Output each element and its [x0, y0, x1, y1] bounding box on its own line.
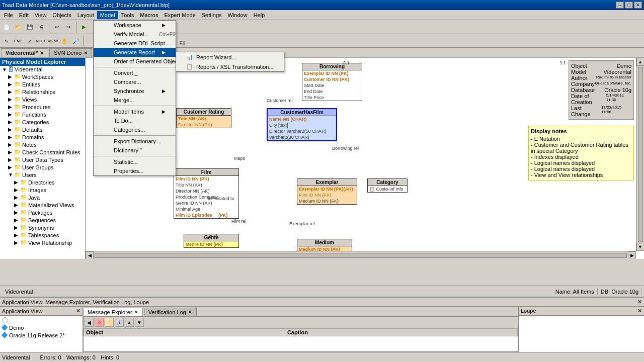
- menu-help[interactable]: Help: [251, 11, 268, 19]
- menu-model-items[interactable]: Model Items ▶: [94, 107, 176, 116]
- tree-functions[interactable]: ▶ 📁 Functions: [0, 111, 85, 118]
- restore-button[interactable]: □: [625, 2, 633, 9]
- hand-btn[interactable]: ✋: [59, 35, 70, 46]
- tree-users[interactable]: ▼ 📁 Users: [0, 171, 85, 178]
- scroll-v-thumb[interactable]: [638, 67, 643, 242]
- menu-model[interactable]: Model: [97, 11, 118, 19]
- entity-btn[interactable]: ENT: [13, 35, 24, 46]
- tree-directories[interactable]: ▶ 📁 Directories: [0, 178, 85, 186]
- category-node[interactable]: Category 📋 Custo-Inf Info: [367, 178, 408, 193]
- tree-check-constraint[interactable]: ▶ 📁 Check Constraint Rules: [0, 148, 85, 156]
- scroll-up-btn[interactable]: ▲: [636, 58, 645, 66]
- tree-user-groups[interactable]: ▶ 📁 User Groups: [0, 163, 85, 171]
- me-btn-hint[interactable]: ℹ: [115, 318, 124, 327]
- menu-macros[interactable]: Macros: [137, 11, 161, 19]
- tree-images[interactable]: ▶ 📁 Images: [0, 186, 85, 194]
- tree-defaults[interactable]: ▶ 📁 Defaults: [0, 126, 85, 133]
- menu-statistic[interactable]: Statistic...: [94, 157, 176, 166]
- me-btn-warning[interactable]: !: [105, 318, 114, 327]
- menu-convert[interactable]: Convert _: [94, 68, 176, 77]
- pointer-btn[interactable]: ↖: [1, 35, 12, 46]
- new-btn[interactable]: 📄: [1, 22, 12, 33]
- borrowing-node[interactable]: Borrowing Exemplar ID NN (PK) Customer I…: [302, 63, 362, 101]
- menu-window[interactable]: Window: [225, 11, 251, 19]
- tab-message-explorer[interactable]: Message Explorer ✕: [83, 308, 143, 316]
- menu-import-dict[interactable]: Dictionary ": [94, 146, 176, 155]
- magnify-btn[interactable]: 🔎: [70, 35, 82, 46]
- scroll-h-thumb[interactable]: [95, 253, 627, 258]
- menu-generate-ddl[interactable]: Generate DDL Script... F9: [94, 39, 176, 48]
- run-btn[interactable]: ▶: [78, 22, 90, 33]
- menu-generate-report[interactable]: Generate Report ▶: [94, 48, 176, 57]
- customer-rating-node[interactable]: Customer Rating Title NN (AK) Director N…: [176, 108, 231, 128]
- scroll-v-bar[interactable]: ▲ ▼: [636, 58, 644, 251]
- tree-categories[interactable]: ▶ 📁 Categories: [0, 118, 85, 126]
- menu-synchronize[interactable]: Synchronize ▶: [94, 86, 176, 96]
- tree-workspaces[interactable]: ▶ 📁 WorkSpaces: [0, 73, 85, 80]
- view-btn[interactable]: VIEW: [47, 35, 58, 46]
- minimize-button[interactable]: ─: [616, 2, 624, 9]
- tab-videorental[interactable]: Videorental* ✕: [1, 48, 48, 57]
- tree-view-relationship[interactable]: ▶ 📁 View Relationship: [0, 239, 85, 246]
- menu-export-dict[interactable]: Export Dictionary...: [94, 137, 176, 146]
- tree-procedures[interactable]: ▶ 📁 Procedures: [0, 103, 85, 111]
- tree-relationships[interactable]: ▶ 📁 Relationships: [0, 88, 85, 96]
- me-btn-1[interactable]: ◀: [85, 318, 94, 327]
- app-view-close[interactable]: ✕: [76, 308, 80, 314]
- tab-vl-close[interactable]: ✕: [188, 310, 192, 315]
- menu-compare[interactable]: Compare...: [94, 77, 176, 86]
- tree-mat-views[interactable]: ▶ 📁 Materialized Views: [0, 201, 85, 209]
- me-btn-up[interactable]: ▲: [125, 318, 134, 327]
- relation-btn[interactable]: ↗: [24, 35, 35, 46]
- tree-entities[interactable]: ▶ 📁 Entities: [0, 80, 85, 88]
- tree-videorental[interactable]: ▼ 🗄 Videorental: [0, 66, 85, 73]
- menu-tools[interactable]: Tools: [118, 11, 137, 19]
- app-view-demo[interactable]: 🔷 Demo: [1, 324, 82, 331]
- menu-order-objects[interactable]: Order of Generated Objects...: [94, 57, 176, 66]
- tree-packages[interactable]: ▶ 📁 Packages: [0, 209, 85, 216]
- menu-file[interactable]: File: [1, 11, 16, 19]
- undo-btn[interactable]: ↩: [51, 22, 62, 33]
- tab-verification-log[interactable]: Verification Log ✕: [144, 308, 197, 316]
- tree-synonyms[interactable]: ▶ 📁 Synonyms: [0, 224, 85, 231]
- film-node[interactable]: Film Film ID NN (PK) Title NN (AK) Direc…: [174, 168, 239, 219]
- tree-tablespaces[interactable]: ▶ 📁 Tablespaces: [0, 231, 85, 239]
- menu-workspace[interactable]: Workspace ▶: [94, 21, 176, 30]
- menu-expert-mode[interactable]: Expert Mode: [161, 11, 198, 19]
- scroll-down-btn[interactable]: ▼: [636, 243, 645, 251]
- tree-java[interactable]: ▶ 📁 Java: [0, 194, 85, 201]
- save-btn[interactable]: 💾: [24, 22, 35, 33]
- open-btn[interactable]: 📂: [13, 22, 24, 33]
- bottom-close-btn[interactable]: ✕: [637, 299, 642, 305]
- menu-layout[interactable]: Layout: [74, 11, 97, 19]
- tab-svn-demo-close[interactable]: ✕: [84, 50, 88, 56]
- menu-todo[interactable]: To Do...: [94, 116, 176, 125]
- menu-verify-model[interactable]: Verify Model... Ctrl+F9: [94, 30, 176, 39]
- submenu-reports-xsl[interactable]: 📋 Reports / XSL Transformation...: [176, 62, 284, 71]
- close-button[interactable]: ✕: [634, 2, 642, 9]
- tree-notes[interactable]: ▶ 📁 Notes: [0, 141, 85, 148]
- menu-edit[interactable]: Edit: [16, 11, 32, 19]
- tree-user-data-types[interactable]: ▶ 📁 User Data Types: [0, 156, 85, 163]
- menu-view[interactable]: View: [32, 11, 50, 19]
- menu-merge[interactable]: Merge...: [94, 96, 176, 105]
- redo-btn[interactable]: ↪: [63, 22, 74, 33]
- scroll-h-bar[interactable]: ◀ ▶: [86, 251, 636, 259]
- loupe-close[interactable]: ✕: [637, 308, 642, 314]
- menu-properties[interactable]: Properties...: [94, 166, 176, 175]
- submenu-report-wizard[interactable]: 📊 Report Wizard...: [176, 52, 284, 62]
- menu-objects[interactable]: Objects: [49, 11, 74, 19]
- app-view-oracle[interactable]: 🔷 Oracle 11g Release 2*: [1, 331, 82, 339]
- me-btn-error[interactable]: ⚠: [95, 318, 104, 327]
- note-btn[interactable]: NOTE: [36, 35, 47, 46]
- tree-views[interactable]: ▶ 📁 Views: [0, 96, 85, 103]
- tab-me-close[interactable]: ✕: [134, 310, 138, 315]
- me-btn-down[interactable]: ▼: [135, 318, 144, 327]
- customer-has-film-node[interactable]: CustomerHasFilm Name NN (CHAR) City [tex…: [267, 108, 337, 141]
- exemplar-node[interactable]: Exemplar Exemplar ID NN (PK)(AK) Film ID…: [297, 178, 357, 205]
- tree-sequences[interactable]: ▶ 📁 Sequences: [0, 216, 85, 224]
- menu-settings[interactable]: Settings: [199, 11, 225, 19]
- scroll-left-btn[interactable]: ◀: [86, 251, 94, 259]
- print-btn[interactable]: 🖨: [36, 22, 47, 33]
- tab-videorental-close[interactable]: ✕: [40, 50, 44, 56]
